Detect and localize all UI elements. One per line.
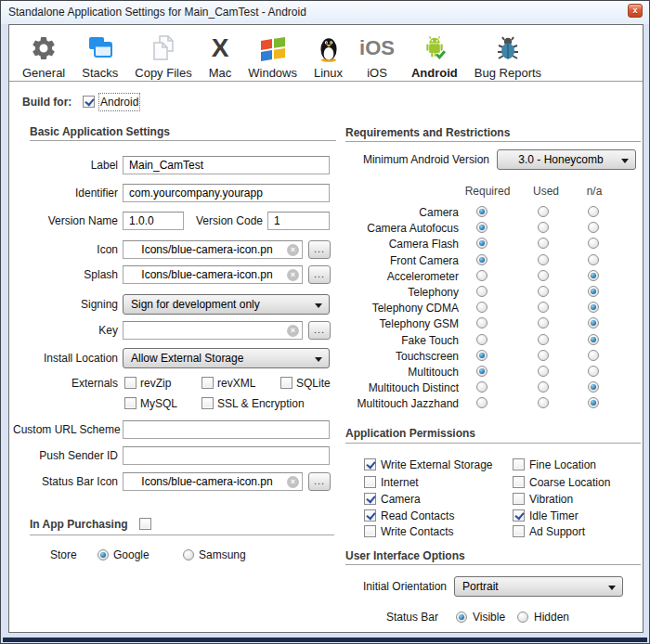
required-radio[interactable] [476, 317, 488, 328]
used-radio[interactable] [538, 302, 549, 313]
toolbar-label: Android [411, 66, 458, 80]
requirement-row: Camera Flash [9, 237, 644, 252]
write-contacts-label[interactable]: Write Contacts [381, 524, 453, 539]
status-bar-hidden-label[interactable]: Hidden [534, 610, 569, 625]
used-radio[interactable] [538, 222, 549, 233]
store-samsung-radio[interactable] [183, 549, 194, 560]
status-bar-visible-radio[interactable] [456, 612, 467, 623]
fine-location-label[interactable]: Fine Location [529, 457, 596, 472]
status-bar-icon-input[interactable] [123, 472, 303, 491]
custom-url-scheme-input[interactable] [123, 420, 330, 439]
label-input[interactable] [123, 156, 330, 174]
used-radio[interactable] [538, 206, 549, 217]
required-radio[interactable] [476, 334, 488, 345]
status-bar-visible-label[interactable]: Visible [473, 610, 505, 625]
na-radio[interactable] [588, 222, 599, 233]
na-radio[interactable] [588, 302, 599, 313]
vibration-checkbox[interactable] [513, 493, 525, 505]
toolbar-label: General [22, 66, 65, 80]
toolbar-item-copy-files[interactable]: Copy Files [126, 26, 200, 80]
required-radio[interactable] [476, 302, 488, 313]
required-radio[interactable] [476, 254, 488, 265]
used-radio[interactable] [538, 334, 549, 345]
used-radio[interactable] [538, 381, 549, 393]
na-radio[interactable] [588, 334, 599, 345]
push-sender-id-input[interactable] [123, 446, 330, 465]
status-bar-icon-browse-button[interactable]: ... [308, 472, 331, 491]
toolbar-label: Linux [314, 66, 343, 80]
build-for-android-checkbox[interactable] [83, 96, 95, 108]
na-radio[interactable] [588, 381, 599, 393]
na-radio[interactable] [588, 206, 599, 217]
na-radio[interactable] [588, 238, 599, 249]
na-radio[interactable] [588, 270, 599, 281]
required-radio[interactable] [476, 286, 488, 297]
in-app-purchasing-checkbox[interactable] [139, 518, 151, 530]
required-radio[interactable] [476, 238, 488, 249]
ad-support-label[interactable]: Ad Support [529, 524, 585, 539]
na-radio[interactable] [588, 366, 599, 377]
coarse-location-checkbox[interactable] [513, 476, 525, 488]
used-radio[interactable] [538, 397, 549, 408]
na-radio[interactable] [588, 286, 599, 297]
clear-icon[interactable] [287, 476, 299, 488]
store-label: Store [50, 546, 77, 564]
used-radio[interactable] [538, 238, 549, 249]
requirement-row: Telephony [9, 285, 644, 301]
write-external-storage-checkbox[interactable] [364, 458, 376, 470]
toolbar-item-stacks[interactable]: Stacks [73, 26, 126, 80]
fine-location-checkbox[interactable] [513, 458, 525, 470]
coarse-location-label[interactable]: Coarse Location [529, 475, 610, 490]
write-contacts-checkbox[interactable] [364, 525, 376, 537]
na-radio[interactable] [588, 317, 599, 328]
build-for-android-label[interactable]: Android [100, 95, 138, 109]
na-radio[interactable] [588, 254, 599, 265]
used-radio[interactable] [538, 270, 549, 281]
used-radio[interactable] [538, 317, 549, 328]
store-google-label[interactable]: Google [113, 547, 150, 562]
required-radio[interactable] [476, 397, 488, 408]
na-radio[interactable] [588, 397, 599, 408]
required-radio[interactable] [476, 366, 488, 377]
toolbar-item-mac[interactable]: X Mac [201, 26, 240, 80]
read-contacts-checkbox[interactable] [364, 509, 376, 522]
used-radio[interactable] [538, 366, 549, 377]
required-radio[interactable] [476, 350, 488, 361]
chevron-down-icon [621, 159, 629, 163]
read-contacts-label[interactable]: Read Contacts [381, 509, 454, 523]
toolbar-item-general[interactable]: General [14, 26, 73, 80]
toolbar-item-linux[interactable]: Linux [306, 26, 351, 80]
toolbar-item-ios[interactable]: iOS iOS [351, 26, 403, 80]
used-radio[interactable] [538, 350, 549, 361]
toolbar-item-android[interactable]: Android [403, 26, 466, 80]
ad-support-checkbox[interactable] [513, 525, 525, 537]
camera-label[interactable]: Camera [381, 492, 421, 507]
used-radio[interactable] [538, 286, 549, 297]
in-app-purchasing-header: In App Purchasing [30, 518, 128, 531]
required-radio[interactable] [476, 222, 488, 233]
internet-label[interactable]: Internet [381, 475, 419, 490]
toolbar-item-windows[interactable]: Windows [240, 26, 306, 80]
required-radio[interactable] [476, 381, 488, 393]
write-external-storage-label[interactable]: Write External Storage [381, 457, 493, 472]
na-radio[interactable] [588, 350, 599, 361]
identifier-input[interactable] [123, 184, 330, 202]
close-button[interactable]: x [628, 4, 643, 18]
toolbar-label: Copy Files [135, 66, 191, 80]
required-radio[interactable] [476, 206, 488, 217]
internet-checkbox[interactable] [364, 476, 376, 488]
status-bar-hidden-radio[interactable] [517, 612, 528, 623]
status-bar-label: Status Bar [334, 608, 438, 626]
toolbar-item-bug-reports[interactable]: Bug Reports [466, 26, 550, 80]
idle-timer-checkbox[interactable] [513, 509, 525, 522]
store-google-radio[interactable] [98, 549, 109, 560]
requirement-row: Telephony GSM [9, 316, 644, 332]
required-radio[interactable] [476, 270, 488, 281]
idle-timer-label[interactable]: Idle Timer [529, 509, 578, 523]
camera-checkbox[interactable] [364, 493, 376, 505]
min-android-version-dropdown[interactable]: 3.0 - Honeycomb [497, 149, 636, 170]
used-radio[interactable] [538, 254, 549, 265]
store-samsung-label[interactable]: Samsung [199, 547, 246, 562]
initial-orientation-dropdown[interactable]: Portrait [454, 576, 623, 597]
vibration-label[interactable]: Vibration [529, 492, 573, 507]
